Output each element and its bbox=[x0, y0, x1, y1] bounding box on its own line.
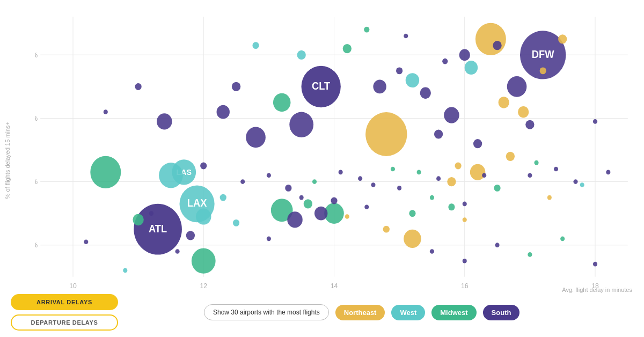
svg-point-66 bbox=[232, 82, 240, 91]
svg-point-87 bbox=[463, 202, 467, 207]
midwest-badge[interactable]: Midwest bbox=[431, 305, 476, 320]
svg-text:CLT: CLT bbox=[312, 80, 331, 92]
svg-point-33 bbox=[192, 248, 216, 274]
x-axis-label: Avg. flight delay in minutes bbox=[562, 287, 632, 293]
svg-text:16%: 16% bbox=[35, 241, 38, 249]
svg-point-69 bbox=[383, 226, 390, 233]
svg-point-68 bbox=[331, 197, 337, 204]
svg-point-116 bbox=[404, 34, 408, 39]
svg-point-92 bbox=[240, 179, 245, 184]
y-axis-label: % of flights delayed 15 mins+ bbox=[3, 27, 12, 294]
departure-delays-button[interactable]: DEPARTURE DELAYS bbox=[11, 314, 118, 331]
svg-point-35 bbox=[246, 127, 266, 148]
svg-point-107 bbox=[175, 249, 180, 254]
svg-point-51 bbox=[420, 87, 431, 99]
svg-point-76 bbox=[252, 42, 259, 49]
svg-point-100 bbox=[436, 176, 441, 181]
svg-point-54 bbox=[518, 106, 529, 118]
svg-point-64 bbox=[297, 50, 306, 60]
svg-point-93 bbox=[267, 173, 271, 178]
arrival-delays-button[interactable]: ARRIVAL DELAYS bbox=[11, 294, 118, 310]
svg-point-78 bbox=[135, 83, 142, 90]
svg-point-86 bbox=[430, 195, 434, 200]
svg-point-47 bbox=[217, 105, 230, 119]
svg-point-117 bbox=[104, 109, 108, 114]
svg-point-40 bbox=[405, 72, 420, 89]
svg-point-82 bbox=[442, 58, 448, 64]
svg-text:18%: 18% bbox=[35, 178, 38, 186]
northeast-badge[interactable]: Northeast bbox=[335, 305, 385, 320]
svg-point-110 bbox=[430, 249, 434, 254]
svg-point-113 bbox=[528, 252, 532, 257]
svg-point-70 bbox=[409, 210, 415, 217]
svg-point-75 bbox=[396, 67, 402, 74]
svg-point-39 bbox=[404, 230, 421, 248]
svg-point-88 bbox=[528, 173, 532, 178]
svg-point-89 bbox=[547, 195, 552, 200]
svg-point-120 bbox=[606, 170, 610, 175]
svg-point-55 bbox=[343, 44, 352, 53]
svg-point-79 bbox=[220, 194, 226, 201]
svg-point-67 bbox=[233, 219, 239, 226]
svg-point-94 bbox=[312, 179, 317, 184]
svg-point-109 bbox=[84, 239, 88, 244]
svg-point-118 bbox=[299, 195, 304, 200]
scatter-plot: 101214161816%18%20%22%ATLDFWCLTLAXLAS bbox=[35, 5, 633, 294]
svg-point-105 bbox=[123, 268, 127, 273]
svg-point-60 bbox=[447, 177, 456, 186]
svg-point-50 bbox=[499, 97, 509, 108]
filter-controls: Show 30 airports with the most flights N… bbox=[204, 304, 519, 320]
svg-text:12: 12 bbox=[200, 282, 207, 290]
svg-text:16: 16 bbox=[461, 282, 469, 290]
svg-text:20%: 20% bbox=[35, 114, 38, 122]
svg-point-108 bbox=[267, 237, 271, 241]
svg-point-97 bbox=[371, 182, 375, 187]
svg-point-101 bbox=[482, 173, 486, 178]
svg-point-65 bbox=[493, 41, 501, 50]
svg-point-99 bbox=[417, 170, 421, 175]
svg-point-95 bbox=[339, 170, 343, 175]
svg-point-58 bbox=[186, 231, 195, 240]
svg-point-28 bbox=[90, 156, 121, 188]
bottom-controls: ARRIVAL DELAYS DEPARTURE DELAYS Show 30 … bbox=[11, 294, 633, 331]
west-badge[interactable]: West bbox=[391, 305, 425, 320]
svg-point-96 bbox=[358, 176, 362, 181]
svg-point-104 bbox=[573, 179, 577, 184]
svg-point-59 bbox=[304, 199, 312, 208]
svg-point-62 bbox=[473, 139, 482, 148]
svg-point-112 bbox=[495, 243, 499, 247]
svg-point-38 bbox=[273, 93, 291, 112]
svg-point-41 bbox=[444, 107, 459, 123]
svg-point-119 bbox=[463, 217, 467, 222]
svg-text:DFW: DFW bbox=[532, 48, 554, 60]
svg-point-32 bbox=[159, 163, 183, 188]
svg-point-52 bbox=[133, 214, 143, 226]
svg-point-57 bbox=[558, 34, 567, 43]
svg-point-90 bbox=[580, 182, 584, 187]
svg-text:22%: 22% bbox=[35, 51, 38, 58]
svg-point-56 bbox=[525, 120, 534, 129]
chart-area: 101214161816%18%20%22%ATLDFWCLTLAXLAS bbox=[35, 5, 633, 294]
svg-point-44 bbox=[157, 113, 172, 129]
svg-point-42 bbox=[287, 211, 303, 228]
svg-point-103 bbox=[554, 167, 558, 172]
svg-text:14: 14 bbox=[331, 282, 338, 290]
svg-point-72 bbox=[200, 163, 207, 170]
svg-point-115 bbox=[593, 262, 597, 267]
svg-point-43 bbox=[470, 164, 486, 180]
svg-point-48 bbox=[314, 207, 327, 221]
svg-point-102 bbox=[534, 160, 538, 165]
delay-buttons: ARRIVAL DELAYS DEPARTURE DELAYS bbox=[11, 294, 118, 331]
svg-point-27 bbox=[475, 23, 506, 55]
svg-point-73 bbox=[285, 185, 291, 192]
south-badge[interactable]: South bbox=[483, 305, 520, 320]
svg-point-61 bbox=[506, 152, 515, 161]
svg-point-91 bbox=[593, 119, 597, 124]
svg-point-111 bbox=[463, 259, 467, 263]
svg-point-80 bbox=[448, 203, 455, 210]
show-airports-button[interactable]: Show 30 airports with the most flights bbox=[204, 304, 329, 320]
svg-point-74 bbox=[455, 163, 461, 170]
svg-point-46 bbox=[465, 61, 478, 75]
svg-point-98 bbox=[391, 167, 395, 172]
svg-point-71 bbox=[494, 185, 500, 192]
